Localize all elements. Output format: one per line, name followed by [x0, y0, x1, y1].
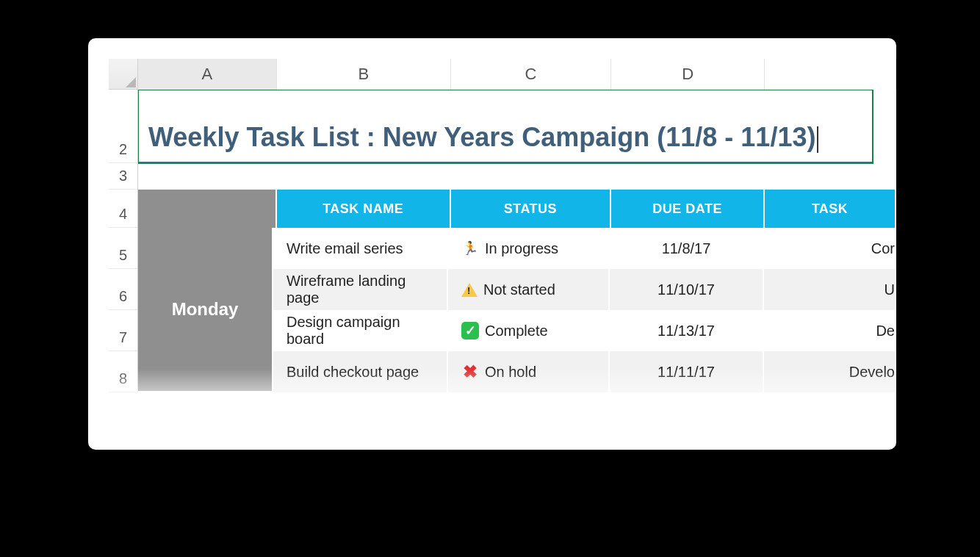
column-header-E[interactable] — [765, 59, 896, 90]
status-cell[interactable]: In progress — [448, 228, 610, 269]
x-icon — [461, 363, 479, 381]
status-cell[interactable]: Not started — [448, 269, 610, 310]
header-status[interactable]: STATUS — [451, 190, 612, 228]
table-row: Wireframe landing page Not started 11/10… — [273, 269, 896, 310]
header-task-partial[interactable]: TASK — [765, 190, 896, 228]
header-task-name[interactable]: TASK NAME — [277, 190, 451, 228]
status-cell[interactable]: Complete — [448, 310, 610, 351]
extra-cell[interactable]: De — [764, 310, 896, 351]
header-day-blank[interactable] — [138, 190, 277, 228]
task-name-cell[interactable]: Write email series — [273, 228, 448, 269]
table-row: Design campaign board Complete 11/13/17 … — [273, 310, 896, 351]
due-date-cell[interactable]: 11/11/17 — [610, 351, 764, 392]
extra-cell[interactable]: Cor — [764, 228, 896, 269]
row-header-8[interactable]: 8 — [109, 351, 137, 392]
task-table: TASK NAME STATUS DUE DATE TASK Monday Wr… — [138, 190, 896, 392]
task-name-cell[interactable]: Wireframe landing page — [273, 269, 448, 310]
status-text: Not started — [483, 281, 555, 298]
page-title: Weekly Task List : New Years Campaign (1… — [148, 122, 815, 153]
table-row: Build checkout page On hold 11/11/17 Dev… — [273, 351, 896, 392]
due-date-cell[interactable]: 11/13/17 — [610, 310, 764, 351]
task-name-cell[interactable]: Build checkout page — [273, 351, 448, 392]
day-label-cell[interactable]: Monday — [138, 228, 273, 392]
column-headers: A B C D — [138, 59, 896, 90]
extra-cell[interactable]: Develo — [764, 351, 896, 392]
task-name-cell[interactable]: Design campaign board — [273, 310, 448, 351]
header-due-date[interactable]: DUE DATE — [611, 190, 765, 228]
column-header-B[interactable]: B — [277, 59, 451, 90]
task-rows: Write email series In progress 11/8/17 C… — [273, 228, 896, 392]
row-header-3[interactable]: 3 — [109, 163, 137, 190]
select-all-corner[interactable] — [109, 59, 138, 90]
row-header-2[interactable]: 2 — [109, 90, 137, 163]
column-header-C[interactable]: C — [451, 59, 612, 90]
cell-grid[interactable]: Weekly Task List : New Years Campaign (1… — [138, 90, 896, 413]
row-header-6[interactable]: 6 — [109, 269, 137, 310]
row-headers: 2 3 4 5 6 7 8 — [109, 90, 138, 392]
row-header-5[interactable]: 5 — [109, 228, 137, 269]
status-cell[interactable]: On hold — [448, 351, 610, 392]
text-cursor — [817, 126, 818, 153]
spreadsheet-viewport: A B C D 2 3 4 5 6 7 8 Weekly Task List :… — [109, 59, 896, 413]
status-text: On hold — [485, 364, 536, 381]
table-header-row: TASK NAME STATUS DUE DATE TASK — [138, 190, 896, 228]
spreadsheet-card: A B C D 2 3 4 5 6 7 8 Weekly Task List :… — [88, 38, 896, 450]
due-date-cell[interactable]: 11/10/17 — [610, 269, 764, 310]
extra-cell[interactable]: U — [764, 269, 896, 310]
running-icon — [461, 240, 479, 257]
check-icon — [461, 322, 479, 339]
column-header-A[interactable]: A — [138, 59, 277, 90]
table-row: Write email series In progress 11/8/17 C… — [273, 228, 896, 269]
row-header-7[interactable]: 7 — [109, 310, 137, 351]
status-text: In progress — [485, 240, 558, 257]
status-text: Complete — [485, 323, 548, 339]
table-body: Monday Write email series In progress 11… — [138, 228, 896, 392]
warning-icon — [461, 283, 478, 297]
title-cell[interactable]: Weekly Task List : New Years Campaign (1… — [138, 90, 873, 163]
column-header-D[interactable]: D — [611, 59, 765, 90]
due-date-cell[interactable]: 11/8/17 — [610, 228, 764, 269]
row-header-4[interactable]: 4 — [109, 190, 137, 228]
